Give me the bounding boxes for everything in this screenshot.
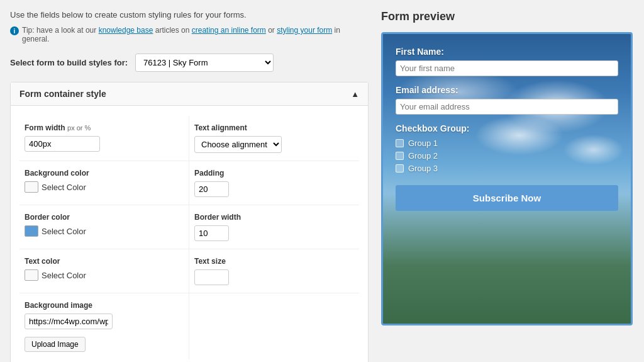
preview-wrapper: First Name: Email address: Checkbox Grou… [381, 32, 633, 325]
border-width-input-row [194, 225, 354, 241]
bg-image-label: Background image [25, 301, 184, 310]
padding-label: Padding [194, 169, 354, 178]
bg-color-input-row: Select Color [25, 181, 184, 193]
left-panel: Use the fields below to create custom st… [10, 10, 369, 362]
border-width-label: Border width [194, 213, 354, 222]
bg-image-input-row [25, 314, 184, 329]
preview-firstname-label: First Name: [396, 47, 618, 57]
inline-form-link[interactable]: creating an inline form [192, 26, 266, 35]
bg-image-field: Background image Upload Image [19, 293, 189, 359]
padding-field: Padding [189, 161, 359, 205]
border-width-field: Border width [189, 205, 359, 249]
checkbox-label-2: Group 2 [408, 151, 438, 161]
border-color-input-row: Select Color [25, 225, 184, 237]
text-alignment-field: Text alignment Choose alignment [189, 116, 359, 161]
section-header[interactable]: Form container style ▲ [11, 82, 368, 106]
form-grid: Form width px or % Text alignment Choose… [19, 116, 359, 359]
form-width-sublabel: px or % [67, 124, 91, 132]
border-width-input[interactable] [194, 225, 229, 241]
form-preview-inner: First Name: Email address: Checkbox Grou… [396, 47, 618, 211]
preview-checkbox-group3: Group 3 [396, 164, 618, 173]
text-color-label: Text color [25, 257, 184, 266]
text-alignment-label: Text alignment [194, 123, 354, 132]
bg-color-label: Background color [25, 169, 184, 178]
preview-email-label: Email address: [396, 85, 618, 95]
text-size-label: Text size [194, 257, 354, 266]
knowledge-base-link[interactable]: knowledge base [99, 26, 153, 35]
checkbox-1[interactable] [396, 139, 404, 147]
padding-input-row [194, 181, 354, 197]
styling-form-link[interactable]: styling your form [277, 26, 332, 35]
preview-background: First Name: Email address: Checkbox Grou… [383, 34, 631, 324]
upload-image-button[interactable]: Upload Image [25, 337, 86, 352]
tip-row: i Tip: have a look at our knowledge base… [10, 26, 369, 43]
checkbox-label-3: Group 3 [408, 164, 438, 173]
text-color-swatch-btn[interactable]: Select Color [25, 269, 86, 281]
preview-title: Form preview [381, 10, 633, 23]
border-color-swatch-btn[interactable]: Select Color [25, 225, 86, 237]
bg-image-input[interactable] [25, 314, 113, 329]
checkbox-2[interactable] [396, 152, 404, 160]
section-panel: Form container style ▲ Form width px or … [10, 82, 369, 362]
collapse-icon: ▲ [351, 89, 359, 99]
preview-frame: First Name: Email address: Checkbox Grou… [381, 32, 633, 325]
preview-email-input[interactable] [396, 99, 618, 115]
text-color-swatch [25, 269, 38, 281]
tip-content: Tip: have a look at our knowledge base a… [22, 26, 369, 43]
section-title: Form container style [19, 89, 106, 99]
preview-checkbox-group2: Group 2 [396, 151, 618, 161]
text-alignment-select[interactable]: Choose alignment [194, 136, 282, 153]
form-width-field: Form width px or % [19, 116, 189, 161]
border-color-label: Border color [25, 213, 184, 222]
form-select[interactable]: 76123 | Sky Form [135, 54, 274, 72]
preview-checkbox-group1: Group 1 [396, 139, 618, 148]
border-color-swatch [25, 225, 38, 237]
select-form-row: Select form to build styles for: 76123 |… [10, 54, 369, 72]
text-color-field: Text color Select Color [19, 249, 189, 293]
bg-color-field: Background color Select Color [19, 161, 189, 205]
select-form-label: Select form to build styles for: [10, 58, 128, 67]
text-color-input-row: Select Color [25, 269, 184, 281]
form-width-input-row [25, 136, 184, 152]
border-color-field: Border color Select Color [19, 205, 189, 249]
padding-input[interactable] [194, 181, 229, 197]
checkbox-3[interactable] [396, 164, 404, 173]
form-width-input[interactable] [25, 136, 100, 152]
checkbox-label-1: Group 1 [408, 139, 438, 148]
info-icon: i [10, 26, 19, 35]
intro-text: Use the fields below to create custom st… [10, 10, 369, 20]
bg-color-swatch-btn[interactable]: Select Color [25, 181, 86, 193]
empty-field [189, 293, 359, 359]
text-size-input[interactable] [194, 269, 229, 285]
section-body: Form width px or % Text alignment Choose… [11, 106, 368, 362]
text-size-field: Text size [189, 249, 359, 293]
text-alignment-input-row: Choose alignment [194, 136, 354, 153]
preview-firstname-input[interactable] [396, 60, 618, 76]
text-size-input-row [194, 269, 354, 285]
preview-checkbox-group-label: Checkbox Group: [396, 123, 618, 133]
subscribe-button[interactable]: Subscribe Now [396, 185, 618, 211]
bg-color-swatch [25, 181, 38, 193]
form-width-label: Form width px or % [25, 123, 184, 132]
right-panel: Form preview First Name: Email address: … [381, 10, 633, 362]
